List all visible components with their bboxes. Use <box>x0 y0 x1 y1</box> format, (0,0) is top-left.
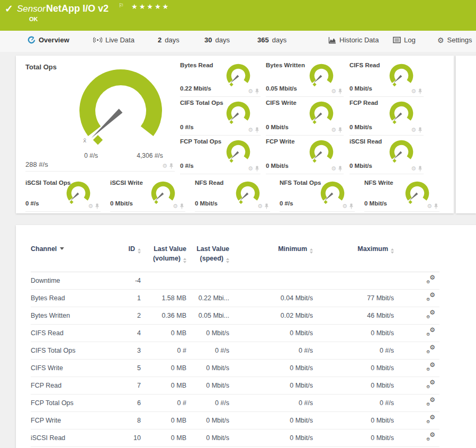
cell-channel[interactable]: Downtime <box>31 272 111 290</box>
channel-settings-icon[interactable]: ⚙ <box>248 127 253 133</box>
priority-stars[interactable]: ★★★★★ <box>131 3 170 11</box>
table-row[interactable]: FCP Read 7 0 MB 0 Mbit/s 0 Mbit/s 0 Mbit… <box>31 377 439 395</box>
table-row[interactable]: Downtime -4 ⚙⚙ <box>31 272 439 290</box>
tab-365-days[interactable]: 365 days <box>257 36 286 44</box>
tab-historic-data[interactable]: Historic Data <box>328 36 379 44</box>
cell-channel[interactable]: FCP Write <box>31 412 111 429</box>
area-chart-icon <box>328 37 336 44</box>
pin-icon[interactable] <box>338 88 343 94</box>
channel-settings-icon[interactable]: ⚙ <box>342 203 347 209</box>
gear-icon: ⚙ <box>437 37 444 44</box>
channel-settings-icon[interactable]: ⚙ <box>257 203 263 209</box>
table-row[interactable]: FCP Write 8 0 MB 0 Mbit/s 0 Mbit/s 0 Mbi… <box>31 412 439 429</box>
edit-channel-icon[interactable]: ⚙⚙ <box>426 293 435 301</box>
mini-gauge-dial <box>308 63 335 88</box>
cell-channel[interactable]: Bytes Read <box>31 290 111 307</box>
pin-icon[interactable] <box>264 203 269 209</box>
edit-channel-icon[interactable]: ⚙⚙ <box>426 381 435 389</box>
channel-settings-icon[interactable]: ⚙ <box>331 166 336 172</box>
gauge-nfs-write: NFS Write 0 Mbit/s ⚙ <box>364 176 439 212</box>
cell-speed: 0.05 Mbi... <box>186 307 229 325</box>
gauge-cifs-total-ops: CIFS Total Ops 0 #/s ⚙ <box>180 96 261 136</box>
gauge-title: NFS Total Ops <box>280 180 321 186</box>
col-header-last-speed[interactable]: Last Value(speed) <box>186 225 229 272</box>
sort-icon <box>183 258 186 263</box>
channels-table: Channel ID Last Value(volume) Last Value… <box>31 225 439 447</box>
col-header-minimum[interactable]: Minimum <box>229 225 313 272</box>
cell-channel[interactable]: CIFS Read <box>31 325 111 342</box>
col-header-channel[interactable]: Channel <box>31 225 111 272</box>
pin-icon[interactable] <box>338 127 343 133</box>
cell-volume: 0 # <box>141 342 186 360</box>
pin-icon[interactable] <box>169 163 174 169</box>
gauge-title: iSCSI Total Ops <box>25 180 70 186</box>
gauge-title: CIFS Total Ops <box>180 100 223 106</box>
pin-icon[interactable] <box>255 166 259 172</box>
gauge-title: FCP Write <box>266 138 295 145</box>
channel-settings-icon[interactable]: ⚙ <box>331 88 336 94</box>
pin-icon[interactable] <box>95 203 100 209</box>
pin-icon[interactable] <box>418 127 423 133</box>
table-row[interactable]: CIFS Total Ops 3 0 # 0 #/s 0 #/s 0 #/s ⚙… <box>31 342 439 360</box>
edit-channel-icon[interactable]: ⚙⚙ <box>426 328 435 336</box>
pin-icon[interactable] <box>338 166 343 172</box>
channel-settings-icon[interactable]: ⚙ <box>411 88 416 94</box>
pin-icon[interactable] <box>349 203 354 209</box>
pin-icon[interactable] <box>434 203 438 209</box>
table-row[interactable]: CIFS Read 4 0 MB 0 Mbit/s 0 Mbit/s 0 Mbi… <box>31 325 439 342</box>
tab-2-days[interactable]: 2 days <box>158 36 179 44</box>
cell-speed: 0 Mbit/s <box>186 429 229 447</box>
cell-channel[interactable]: FCP Total Ops <box>31 395 111 412</box>
cell-volume: 0 MB <box>141 429 186 447</box>
sort-icon <box>226 258 229 263</box>
table-row[interactable]: Bytes Read 1 1.58 MB 0.22 Mbi... 0.04 Mb… <box>31 290 439 307</box>
sort-desc-icon <box>60 247 64 250</box>
edit-channel-icon[interactable]: ⚙⚙ <box>426 433 435 441</box>
cell-min: 0 #/s <box>229 342 313 360</box>
tab-30-days[interactable]: 30 days <box>204 36 230 44</box>
channel-settings-icon[interactable]: ⚙ <box>331 127 336 133</box>
edit-channel-icon[interactable]: ⚙⚙ <box>426 363 435 371</box>
table-row[interactable]: CIFS Write 5 0 MB 0 Mbit/s 0 Mbit/s 0 Mb… <box>31 360 439 377</box>
edit-channel-icon[interactable]: ⚙⚙ <box>426 346 435 354</box>
tab-log[interactable]: Log <box>393 36 416 44</box>
cell-channel[interactable]: FCP Read <box>31 377 111 395</box>
sensor-name[interactable]: NetApp I/O v2 <box>46 3 109 14</box>
channel-settings-icon[interactable]: ⚙ <box>248 166 253 172</box>
edit-channel-icon[interactable]: ⚙⚙ <box>426 398 435 406</box>
channel-settings-icon[interactable]: ⚙ <box>173 203 178 209</box>
cell-min: 0 Mbit/s <box>229 377 313 395</box>
cell-channel[interactable]: iSCSI Read <box>31 429 111 447</box>
pin-icon[interactable] <box>255 127 259 133</box>
tab-live-data[interactable]: Live Data <box>93 36 134 44</box>
channel-settings-icon[interactable]: ⚙ <box>411 166 416 172</box>
edit-channel-icon[interactable]: ⚙⚙ <box>426 416 435 424</box>
cell-channel[interactable]: CIFS Write <box>31 360 111 377</box>
tab-settings[interactable]: ⚙ Settings <box>437 36 472 44</box>
gauge-nfs-read: NFS Read 0 Mbit/s ⚙ <box>195 176 270 212</box>
col-header-id[interactable]: ID <box>111 225 141 272</box>
edit-channel-icon[interactable]: ⚙⚙ <box>426 311 435 319</box>
channel-settings-icon[interactable]: ⚙ <box>411 127 416 133</box>
table-row[interactable]: iSCSI Read 10 0 MB 0 Mbit/s 0 Mbit/s 0 M… <box>31 429 439 447</box>
col-header-last-volume[interactable]: Last Value(volume) <box>141 225 186 272</box>
tab-overview[interactable]: Overview <box>28 36 69 44</box>
cell-channel[interactable]: Bytes Written <box>31 307 111 325</box>
pin-icon[interactable] <box>418 166 423 172</box>
cell-id: 7 <box>111 377 141 395</box>
cell-channel[interactable]: CIFS Total Ops <box>31 342 111 360</box>
cell-volume: 0 MB <box>141 325 186 342</box>
col-header-maximum[interactable]: Maximum <box>313 225 394 272</box>
flag-icon[interactable]: ⚐ <box>119 2 124 9</box>
pin-icon[interactable] <box>255 88 259 94</box>
prtg-sensor-page: ✓ Sensor NetApp I/O v2 ⚐ ★★★★★ OK Overvi… <box>0 0 476 448</box>
channel-settings-icon[interactable]: ⚙ <box>88 203 93 209</box>
channel-settings-icon[interactable]: ⚙ <box>162 163 167 169</box>
pin-icon[interactable] <box>179 203 184 209</box>
channel-settings-icon[interactable]: ⚙ <box>427 203 432 209</box>
table-row[interactable]: Bytes Written 2 0.36 MB 0.05 Mbi... 0.02… <box>31 307 439 325</box>
pin-icon[interactable] <box>418 88 423 94</box>
edit-channel-icon[interactable]: ⚙⚙ <box>426 276 435 284</box>
table-row[interactable]: FCP Total Ops 6 0 # 0 #/s 0 #/s 0 #/s ⚙⚙ <box>31 395 439 412</box>
channel-settings-icon[interactable]: ⚙ <box>248 88 253 94</box>
